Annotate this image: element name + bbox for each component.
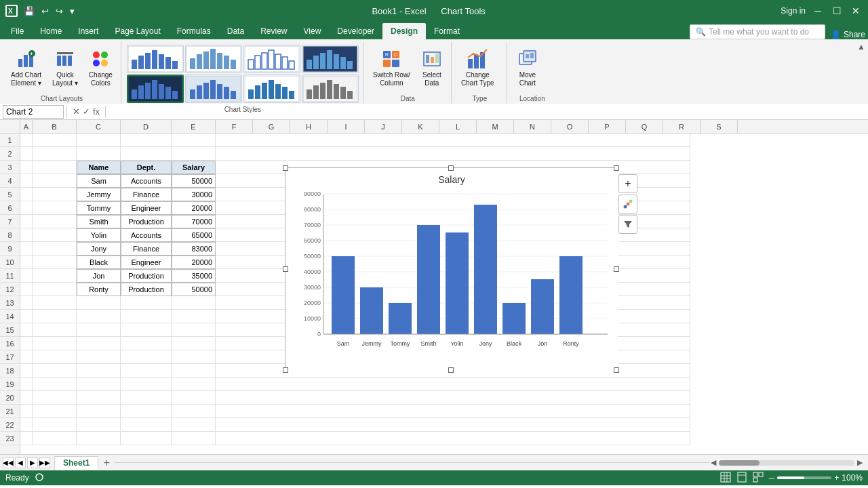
cell-D14[interactable] [121, 310, 172, 323]
add-chart-elements-float-btn[interactable]: + [618, 174, 637, 193]
cell-D19[interactable] [121, 378, 172, 391]
cell-C17[interactable] [77, 350, 121, 364]
cell-D17[interactable] [121, 350, 172, 364]
cell-B23[interactable] [33, 432, 77, 445]
cell-E2[interactable] [172, 147, 216, 161]
cell-D3[interactable]: Dept. [121, 161, 172, 174]
handle-ml[interactable] [283, 266, 288, 272]
cell-E19[interactable] [172, 378, 216, 391]
cell-A19[interactable] [20, 378, 33, 391]
cell-D20[interactable] [121, 391, 172, 405]
cell-A1[interactable] [20, 134, 33, 147]
cell-A15[interactable] [20, 323, 33, 337]
tab-review[interactable]: Review [252, 23, 295, 39]
cell-E14[interactable] [172, 310, 216, 323]
scroll-thumb[interactable] [719, 460, 760, 466]
cell-A16[interactable] [20, 337, 33, 350]
row-num-4[interactable]: 4 [0, 174, 20, 188]
cell-C20[interactable] [77, 391, 121, 405]
row-num-8[interactable]: 8 [0, 228, 20, 242]
col-header-A[interactable]: A [20, 120, 33, 133]
cell-A21[interactable] [20, 405, 33, 418]
cell-C12[interactable]: Ronty [77, 283, 121, 296]
cell-E10[interactable]: 20000 [172, 256, 216, 269]
move-chart-btn[interactable]: MoveChart [513, 45, 542, 91]
handle-tr[interactable] [614, 165, 619, 171]
cell-E21[interactable] [172, 405, 216, 418]
tab-formulas[interactable]: Formulas [169, 23, 219, 39]
cell-C10[interactable]: Black [77, 256, 121, 269]
change-chart-type-btn[interactable]: ChangeChart Type [457, 45, 498, 91]
row-num-16[interactable]: 16 [0, 337, 20, 350]
row-num-2[interactable]: 2 [0, 147, 20, 161]
cell-C21[interactable] [77, 405, 121, 418]
cell-C6[interactable]: Tommy [77, 201, 121, 215]
cell-B4[interactable] [33, 174, 77, 188]
minimize-btn[interactable]: ─ [811, 4, 825, 18]
chart-style-5[interactable] [127, 75, 184, 103]
tab-page-layout[interactable]: Page Layout [106, 23, 168, 39]
cell-C16[interactable] [77, 337, 121, 350]
cell-E22[interactable] [172, 418, 216, 432]
chart-style-2[interactable] [185, 45, 242, 73]
cell-E4[interactable]: 50000 [172, 174, 216, 188]
cell-E23[interactable] [172, 432, 216, 445]
col-header-E[interactable]: E [172, 120, 216, 133]
view-normal-btn[interactable] [720, 472, 731, 485]
add-sheet-btn[interactable]: + [100, 456, 113, 470]
row-num-17[interactable]: 17 [0, 350, 20, 364]
cell-D4[interactable]: Accounts [121, 174, 172, 188]
cell-D18[interactable] [121, 364, 172, 378]
cell-C1[interactable] [77, 134, 121, 147]
cell-C4[interactable]: Sam [77, 174, 121, 188]
handle-mr[interactable] [614, 266, 619, 272]
cell-A3[interactable] [20, 161, 33, 174]
scroll-right-btn[interactable]: ▶ [857, 458, 863, 467]
cell-C14[interactable] [77, 310, 121, 323]
undo-btn[interactable]: ↩ [39, 5, 51, 18]
cell-C19[interactable] [77, 378, 121, 391]
cell-D16[interactable] [121, 337, 172, 350]
row-num-5[interactable]: 5 [0, 188, 20, 201]
cell-A22[interactable] [20, 418, 33, 432]
cell-A12[interactable] [20, 283, 33, 296]
add-chart-element-btn[interactable]: + Add ChartElement ▾ [7, 45, 45, 91]
chart-container[interactable]: Salary 0 10000 20000 30000 40000 50000 6… [285, 167, 617, 371]
cancel-formula-icon[interactable]: ✕ [73, 106, 80, 117]
cell-rest-2[interactable] [216, 147, 690, 161]
cell-E17[interactable] [172, 350, 216, 364]
cell-rest-23[interactable] [216, 432, 690, 445]
row-num-14[interactable]: 14 [0, 310, 20, 323]
cell-B8[interactable] [33, 228, 77, 242]
cell-D21[interactable] [121, 405, 172, 418]
sheet-next-btn[interactable]: ▶ [27, 458, 38, 468]
row-num-15[interactable]: 15 [0, 323, 20, 337]
cell-D5[interactable]: Finance [121, 188, 172, 201]
cell-D11[interactable]: Production [121, 269, 172, 283]
cell-D6[interactable]: Engineer [121, 201, 172, 215]
close-btn[interactable]: ✕ [849, 4, 863, 18]
zoom-in-btn[interactable]: + [834, 473, 839, 483]
cell-B22[interactable] [33, 418, 77, 432]
col-header-S[interactable]: S [701, 120, 738, 133]
scroll-track[interactable] [719, 460, 854, 466]
cell-B15[interactable] [33, 323, 77, 337]
tab-design[interactable]: Design [382, 23, 426, 39]
cell-E18[interactable] [172, 364, 216, 378]
cell-E3[interactable]: Salary [172, 161, 216, 174]
zoom-out-btn[interactable]: ─ [769, 473, 775, 483]
confirm-formula-icon[interactable]: ✓ [83, 106, 90, 117]
cell-E15[interactable] [172, 323, 216, 337]
cell-D12[interactable]: Production [121, 283, 172, 296]
handle-tm[interactable] [448, 165, 454, 171]
cell-B7[interactable] [33, 215, 77, 228]
cell-A9[interactable] [20, 242, 33, 256]
col-header-O[interactable]: O [551, 120, 589, 133]
view-page-break-btn[interactable] [753, 472, 764, 485]
cell-D8[interactable]: Accounts [121, 228, 172, 242]
col-header-B[interactable]: B [33, 120, 77, 133]
cell-C5[interactable]: Jemmy [77, 188, 121, 201]
scroll-left-btn[interactable]: ◀ [711, 458, 716, 467]
col-header-I[interactable]: I [328, 120, 365, 133]
col-header-C[interactable]: C [77, 120, 121, 133]
